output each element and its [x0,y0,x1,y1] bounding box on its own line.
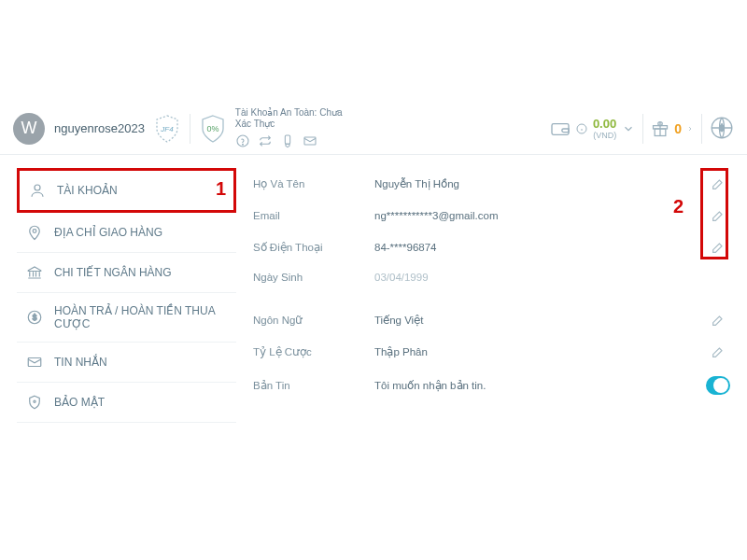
sidebar-item-account[interactable]: TÀI KHOẢN 1 [17,168,236,213]
svg-point-13 [33,230,36,233]
sidebar-item-bank[interactable]: CHI TIẾT NGÂN HÀNG [17,253,236,293]
account-sidebar: TÀI KHOẢN 1 ĐỊA CHỈ GIAO HÀNG CHI TIẾT N… [17,168,236,423]
row-phone: Số Điện Thoại 84-****96874 [253,231,730,263]
annotation-2-box [700,168,728,259]
svg-text:JF4: JF4 [160,125,174,133]
phone-shield-icon[interactable] [280,133,295,150]
field-value: Tôi muốn nhận bản tin. [374,379,706,392]
svg-point-17 [34,400,35,402]
sidebar-item-refund[interactable]: $ HOÀN TRẢ / HOÀN TIỀN THUA CƯỢC [17,293,236,343]
field-label: Ngày Sinh [253,272,374,283]
bank-icon [26,264,43,281]
sidebar-item-label: CHI TIẾT NGÂN HÀNG [54,266,172,279]
row-email: Email ng***********3@gmail.com [253,200,730,231]
row-language: Ngôn Ngữ Tiếng Việt [253,304,730,336]
location-icon [26,224,43,241]
field-label: Họ Và Tên [253,177,374,190]
chevron-right-icon [686,123,694,134]
field-label: Bản Tin [253,379,374,392]
sidebar-item-messages[interactable]: TIN NHẮN [17,343,236,383]
field-label: Tỷ Lệ Cược [253,345,374,358]
mail-icon[interactable] [303,133,317,150]
sidebar-item-label: HOÀN TRẢ / HOÀN TIỀN THUA CƯỢC [54,304,227,330]
loop-icon[interactable] [258,133,273,150]
row-dob: Ngày Sinh 03/04/1999 [253,263,730,291]
svg-rect-4 [285,135,289,144]
wallet-amount: 0.00 [593,117,616,131]
gift-counter[interactable]: 0 [651,119,694,138]
wallet-currency: (VND) [593,131,616,140]
sidebar-item-label: BẢO MẬT [54,396,105,409]
edit-icon[interactable] [711,344,726,359]
svg-text:0%: 0% [206,124,218,133]
edit-icon[interactable] [711,313,726,328]
sidebar-item-label: TIN NHẮN [54,356,107,369]
safety-percent-shield: 0% [200,114,226,144]
avatar[interactable]: W [13,113,45,145]
annotation-2: 2 [673,196,684,217]
level-badge: JF4 [154,114,180,144]
svg-text:$: $ [719,122,725,133]
account-header: W nguyenrose2023 JF4 0% Tài Khoản An Toà… [0,103,747,155]
sidebar-item-label: ĐỊA CHỈ GIAO HÀNG [54,226,162,239]
wallet-balance[interactable]: 0.00 (VND) [550,117,635,140]
field-value: 03/04/1999 [374,272,706,283]
user-icon [29,182,46,199]
field-value: Nguyễn Thị Hồng [374,177,706,190]
info-icon [576,123,587,134]
svg-rect-5 [304,137,316,145]
gift-count: 0 [674,121,682,136]
username-label: nguyenrose2023 [54,121,145,135]
annotation-1: 1 [216,178,226,200]
profile-panel: 2 Họ Và Tên Nguyễn Thị Hồng Email ng****… [253,168,730,423]
gift-icon [651,119,669,138]
field-value: Tiếng Việt [374,314,706,327]
row-name: Họ Và Tên Nguyễn Thị Hồng [253,168,730,200]
newsletter-toggle[interactable] [706,376,730,395]
field-value: Thập Phân [374,345,706,358]
envelope-icon [26,354,43,371]
field-value: ng***********3@gmail.com [374,210,706,221]
currency-globe[interactable]: $ [710,116,734,142]
refund-icon: $ [26,309,43,326]
globe-icon: $ [710,116,734,140]
row-odds: Tỷ Lệ Cược Thập Phân [253,336,730,368]
svg-point-3 [242,144,243,145]
field-label: Email [253,210,374,221]
row-newsletter: Bản Tin Tôi muốn nhận bản tin. [253,368,730,403]
safety-text: Tài Khoản An Toàn: Chưa Xác Thực [235,107,357,131]
chevron-down-icon [622,122,635,135]
safety-status: Tài Khoản An Toàn: Chưa Xác Thực [235,107,357,150]
field-label: Ngôn Ngữ [253,314,374,327]
svg-text:$: $ [33,314,37,322]
shield-icon [26,394,43,411]
help-icon[interactable] [235,133,250,150]
field-label: Số Điện Thoại [253,241,374,254]
svg-point-12 [35,185,40,190]
sidebar-item-security[interactable]: BẢO MẬT [17,383,236,423]
svg-rect-16 [28,358,41,367]
field-value: 84-****96874 [374,242,706,253]
sidebar-item-shipping[interactable]: ĐỊA CHỈ GIAO HÀNG [17,213,236,253]
sidebar-item-label: TÀI KHOẢN [57,184,118,197]
wallet-icon [550,120,571,137]
